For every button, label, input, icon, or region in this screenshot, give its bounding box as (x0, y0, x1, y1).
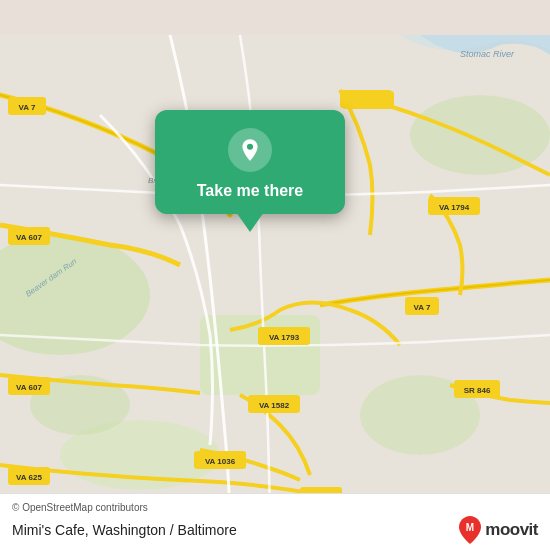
map-attribution: © OpenStreetMap contributors (12, 502, 538, 513)
svg-text:Stomac River: Stomac River (460, 49, 515, 59)
svg-point-35 (247, 144, 253, 150)
map-container: VA 7 VA 607 VA 607 VA 625 VA 625 VA 1793… (0, 0, 550, 550)
svg-rect-31 (340, 90, 392, 108)
place-name: Mimi's Cafe, Washington / Baltimore (12, 522, 237, 538)
moovit-logo: M moovit (459, 516, 538, 544)
svg-text:VA 1793: VA 1793 (269, 333, 300, 342)
svg-text:M: M (466, 522, 474, 533)
svg-text:VA 1794: VA 1794 (439, 203, 470, 212)
svg-text:VA 607: VA 607 (16, 383, 42, 392)
take-me-there-popup[interactable]: Take me there (155, 110, 345, 214)
map-background: VA 7 VA 607 VA 607 VA 625 VA 625 VA 1793… (0, 0, 550, 550)
svg-text:VA 7: VA 7 (414, 303, 431, 312)
place-info: Mimi's Cafe, Washington / Baltimore M mo… (12, 516, 538, 544)
svg-text:VA 607: VA 607 (16, 233, 42, 242)
svg-text:VA 1036: VA 1036 (205, 457, 236, 466)
location-pin-icon (228, 128, 272, 172)
moovit-pin-icon: M (459, 516, 481, 544)
svg-text:SR 846: SR 846 (464, 386, 491, 395)
bottom-bar: © OpenStreetMap contributors Mimi's Cafe… (0, 493, 550, 550)
svg-text:VA 7: VA 7 (19, 103, 36, 112)
moovit-brand-name: moovit (485, 520, 538, 540)
svg-text:VA 625: VA 625 (16, 473, 42, 482)
svg-text:VA 1582: VA 1582 (259, 401, 290, 410)
take-me-there-label: Take me there (197, 182, 303, 200)
